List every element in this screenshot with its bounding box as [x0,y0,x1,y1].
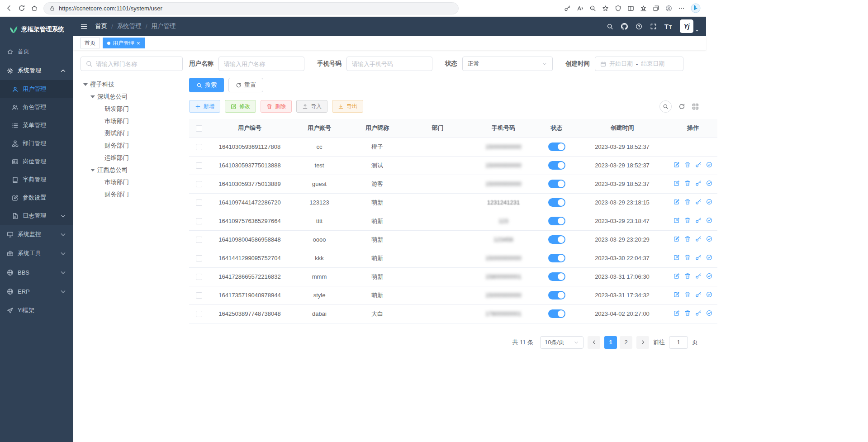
tab-home[interactable]: 首页 [80,38,100,48]
delete-icon[interactable] [684,217,691,223]
reset-button[interactable]: 重置 [228,78,263,92]
assign-role-icon[interactable] [706,310,712,316]
github-icon[interactable] [621,23,628,30]
hamburger-icon[interactable] [80,23,88,30]
tree-node[interactable]: 测试部门 [81,127,183,139]
phone-input[interactable] [346,57,432,71]
reset-password-icon[interactable] [695,217,702,223]
help-icon[interactable] [636,23,642,30]
address-bar[interactable]: https://ccnetcore.com:1101/system/user [43,2,459,14]
prev-page-button[interactable] [588,336,600,349]
row-checkbox[interactable] [196,237,202,243]
reload-icon[interactable] [18,5,25,12]
export-button[interactable]: 导出 [332,100,363,113]
toggle-search-icon[interactable] [659,100,672,113]
status-toggle[interactable] [548,180,565,188]
reset-password-icon[interactable] [695,273,702,279]
status-toggle[interactable] [548,254,565,262]
assign-role-icon[interactable] [706,217,712,223]
sidebar-item-yi[interactable]: Yi框架 [0,301,73,320]
sidebar-item-user[interactable]: 用户管理 [0,80,73,98]
browser-home-icon[interactable] [31,5,38,12]
split-screen-icon[interactable] [627,5,634,12]
delete-icon[interactable] [684,180,691,186]
tree-node[interactable]: 财务部门 [81,139,183,152]
sidebar-item-erp[interactable]: ERP [0,282,73,301]
tree-node[interactable]: 江西总公司 [81,164,183,176]
username-input[interactable] [218,57,304,71]
favorites-add-icon[interactable] [602,5,609,12]
sidebar-item-bbs[interactable]: BBS [0,263,73,282]
row-checkbox[interactable] [196,292,202,299]
font-size-icon[interactable]: TT [664,23,672,30]
breadcrumb-item[interactable]: 首页 [95,22,107,30]
row-checkbox[interactable] [196,200,202,206]
reset-password-icon[interactable] [695,236,702,242]
edit-button[interactable]: 修改 [225,100,256,113]
sidebar-item-tools[interactable]: 系统工具 [0,244,73,263]
sidebar-item-log[interactable]: 日志管理 [0,207,73,225]
reset-password-icon[interactable] [695,291,702,298]
tree-node[interactable]: 市场部门 [81,176,183,188]
page-button-1[interactable]: 1 [604,336,617,349]
reset-password-icon[interactable] [695,180,702,186]
sidebar-item-monitor[interactable]: 系统监控 [0,225,73,244]
delete-icon[interactable] [684,273,691,279]
select-all-checkbox[interactable] [196,125,202,132]
fullscreen-icon[interactable] [650,23,657,30]
reset-password-icon[interactable] [695,199,702,205]
tab-user-mgmt[interactable]: 用户管理× [103,38,145,48]
row-checkbox[interactable] [196,255,202,261]
date-range-picker[interactable]: 开始日期 - 结束日期 [595,57,683,71]
row-checkbox[interactable] [196,162,202,169]
assign-role-icon[interactable] [706,180,712,186]
assign-role-icon[interactable] [706,162,712,168]
column-settings-icon[interactable] [692,103,699,110]
edit-icon[interactable] [674,162,680,168]
breadcrumb-item[interactable]: 用户管理 [152,22,176,30]
status-toggle[interactable] [548,198,565,207]
sidebar-item-role[interactable]: 角色管理 [0,98,73,116]
status-toggle[interactable] [548,272,565,281]
more-menu-icon[interactable] [678,5,685,12]
edit-icon[interactable] [674,180,680,186]
reset-password-icon[interactable] [695,310,702,316]
assign-role-icon[interactable] [706,254,712,261]
assign-role-icon[interactable] [706,291,712,298]
import-button[interactable]: 导入 [296,100,327,113]
row-checkbox[interactable] [196,218,202,224]
goto-page-input[interactable] [669,336,688,349]
next-page-button[interactable] [636,336,649,349]
sidebar-item-param[interactable]: 参数设置 [0,189,73,207]
sidebar-item-home[interactable]: 首页 [0,42,73,61]
tree-node[interactable]: 运维部门 [81,152,183,164]
header-search-icon[interactable] [607,23,613,30]
assign-role-icon[interactable] [706,236,712,242]
tree-caret-icon[interactable] [90,169,95,171]
sidebar-item-menu[interactable]: 菜单管理 [0,116,73,134]
tree-node[interactable]: 研发部门 [81,103,183,115]
edit-icon[interactable] [674,217,680,223]
tree-node[interactable]: 市场部门 [81,115,183,127]
row-checkbox[interactable] [196,181,202,187]
tree-caret-icon[interactable] [90,95,95,98]
delete-icon[interactable] [684,199,691,205]
extensions-icon[interactable] [615,5,621,12]
breadcrumb-item[interactable]: 系统管理 [117,22,142,30]
zoom-icon[interactable] [589,5,596,12]
edit-icon[interactable] [674,291,680,298]
edit-icon[interactable] [674,199,680,205]
read-aloud-icon[interactable] [577,5,583,12]
assign-role-icon[interactable] [706,199,712,205]
tree-node[interactable]: 财务部门 [81,188,183,200]
delete-button[interactable]: 删除 [261,100,292,113]
status-toggle[interactable] [548,161,565,170]
tree-node[interactable]: 橙子科技 [81,78,183,90]
edit-icon[interactable] [674,254,680,261]
delete-icon[interactable] [684,254,691,261]
tab-close-icon[interactable]: × [137,40,140,46]
tree-node[interactable]: 深圳总公司 [81,90,183,103]
status-toggle[interactable] [548,143,565,151]
dept-search-input[interactable] [96,61,178,67]
edit-icon[interactable] [674,236,680,242]
